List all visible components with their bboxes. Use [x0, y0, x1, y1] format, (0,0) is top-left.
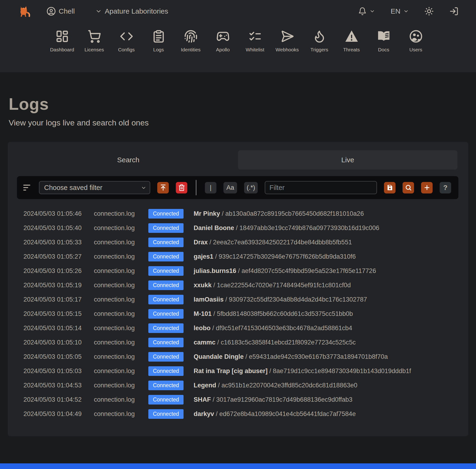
nav-item-dashboard[interactable]: Dashboard [46, 30, 78, 52]
status-badge: Connected [148, 295, 184, 304]
status-badge: Connected [148, 338, 184, 347]
log-user-name: Quandale Dingle [194, 353, 244, 360]
warning-icon [345, 30, 358, 43]
sun-icon [424, 7, 434, 16]
users-icon [409, 30, 423, 43]
clipboard-icon [152, 30, 166, 43]
search-button[interactable] [403, 182, 414, 194]
log-file: connection.log [94, 339, 148, 346]
log-user-name: xxukk [194, 282, 212, 289]
status-badge: Connected [148, 238, 184, 247]
load-filter-button[interactable] [157, 182, 169, 194]
nav-item-label: Configs [118, 47, 135, 52]
log-file: connection.log [94, 310, 148, 318]
log-row: 2024/05/03 01:04:49 connection.log Conne… [8, 407, 468, 421]
log-hash: / df9c51ef74153046503e63bc4678a2ad58861c… [211, 324, 352, 332]
delete-filter-button[interactable] [176, 182, 187, 194]
log-row: 2024/05/03 01:05:10 connection.log Conne… [8, 335, 468, 350]
log-user-name: IamOasiis [194, 296, 224, 303]
log-user-name: Mr Pinky [194, 210, 220, 217]
status-badge: Connected [148, 252, 184, 261]
nav-item-label: Webhooks [275, 47, 299, 52]
log-row: 2024/05/03 01:05:15 connection.log Conne… [8, 307, 468, 321]
add-filter-button[interactable] [421, 182, 433, 194]
log-hash: / aef4d8207c55c4f9bbd59e5a523e17f65e1177… [236, 267, 376, 274]
nav-item-webhooks[interactable]: Webhooks [271, 30, 303, 52]
chevron-down-icon [369, 8, 375, 14]
logout-button[interactable] [449, 7, 459, 16]
log-hash: / 1cae222554c7020e717484945ef91fc1c801cf… [212, 282, 351, 289]
nav-item-configs[interactable]: Configs [110, 30, 142, 52]
nav-item-users[interactable]: Users [400, 30, 432, 52]
status-badge: Connected [148, 309, 184, 319]
log-file: connection.log [94, 282, 148, 289]
search-icon [405, 184, 412, 191]
status-badge: Connected [148, 352, 184, 362]
nav-item-triggers[interactable]: Triggers [303, 30, 335, 52]
status-badge: Connected [148, 366, 184, 376]
nav-item-logs[interactable]: Logs [142, 30, 175, 52]
org-selector[interactable]: Apature Laboritories [95, 7, 168, 15]
language-selector[interactable]: EN [391, 7, 409, 15]
status-badge: Connected [148, 209, 184, 219]
chevron-down-icon [403, 8, 409, 14]
log-timestamp: 2024/05/03 01:05:33 [23, 239, 94, 246]
log-timestamp: 2024/05/03 01:05:15 [23, 310, 94, 318]
log-user-name: Rat ina Trap [cig abuser] [194, 368, 268, 374]
log-user-name: julias.burns16 [194, 267, 236, 274]
status-badge: Connected [148, 409, 184, 419]
log-hash: / ed672e8b4a10989c041e4cb56441fdac7af758… [214, 410, 356, 417]
nav-item-whitelist[interactable]: Whitelist [239, 30, 271, 52]
gamepad-icon [216, 30, 230, 43]
logs-panel: Search Live Choose saved filter | Aa (.*… [8, 142, 468, 436]
log-hash: / 9309732c55df2304a8b8d4da2d4bc176c13027… [224, 296, 367, 303]
nav-item-label: Licenses [85, 47, 104, 52]
user-name: Chell [59, 7, 75, 15]
log-user-name: SHAF [194, 396, 211, 403]
theme-toggle[interactable] [424, 7, 434, 16]
log-hash: / ac951b1e22070042e3ffd85c20dc6c81d18863… [216, 382, 357, 389]
log-hash: / 939c1247257b302946e76757f626b5db9da310… [213, 253, 356, 260]
user-menu[interactable]: Chell [47, 7, 75, 16]
fox-logo [17, 5, 33, 19]
log-timestamp: 2024/05/03 01:05:10 [23, 339, 94, 346]
trash-icon [178, 184, 185, 191]
notifications-button[interactable] [358, 7, 375, 16]
nav-item-licenses[interactable]: Licenses [78, 30, 110, 52]
toggle-regex[interactable]: (.*) [244, 182, 258, 194]
log-user-name: gajes1 [194, 253, 213, 260]
page-subtitle: View your logs live and search old ones [9, 118, 468, 127]
log-hash: / e59431ade942c930e6167b3773a1894701b8f7… [244, 353, 388, 360]
log-list: 2024/05/03 01:05:46 connection.log Conne… [8, 207, 468, 421]
send-icon [280, 30, 294, 43]
log-row: 2024/05/03 01:05:05 connection.log Conne… [8, 350, 468, 364]
log-timestamp: 2024/05/03 01:05:05 [23, 353, 94, 360]
nav-item-identities[interactable]: Identities [175, 30, 207, 52]
saved-filter-select[interactable]: Choose saved filter [39, 181, 150, 194]
sort-lines-icon[interactable] [22, 183, 32, 193]
log-file: connection.log [94, 324, 148, 332]
save-filter-button[interactable] [384, 182, 395, 194]
login-icon [449, 7, 459, 16]
help-button[interactable]: ? [440, 182, 451, 194]
log-row: 2024/05/03 01:05:46 connection.log Conne… [8, 207, 468, 221]
log-timestamp: 2024/05/03 01:04:52 [23, 396, 94, 403]
log-timestamp: 2024/05/03 01:04:53 [23, 382, 94, 389]
filter-input[interactable] [265, 181, 377, 194]
tab-search[interactable]: Search [18, 150, 238, 170]
log-row: 2024/05/03 01:05:33 connection.log Conne… [8, 235, 468, 249]
log-file: connection.log [94, 253, 148, 260]
log-file: connection.log [94, 296, 148, 303]
status-badge: Connected [148, 280, 184, 290]
status-badge: Connected [148, 395, 184, 404]
nav-item-threats[interactable]: Threats [335, 30, 368, 52]
log-hash: / 18497abb3e19cc749b876a09773930b16d19c0… [234, 225, 379, 231]
log-user-name: Drax [194, 239, 208, 246]
nav-item-apollo[interactable]: Apollo [207, 30, 239, 52]
nav-item-docs[interactable]: Docs [368, 30, 400, 52]
tab-live[interactable]: Live [238, 150, 458, 170]
toggle-whole-word[interactable]: | [205, 182, 216, 194]
log-row: 2024/05/03 01:04:53 connection.log Conne… [8, 378, 468, 392]
toggle-case-sensitive[interactable]: Aa [223, 182, 237, 194]
log-timestamp: 2024/05/03 01:05:26 [23, 267, 94, 275]
